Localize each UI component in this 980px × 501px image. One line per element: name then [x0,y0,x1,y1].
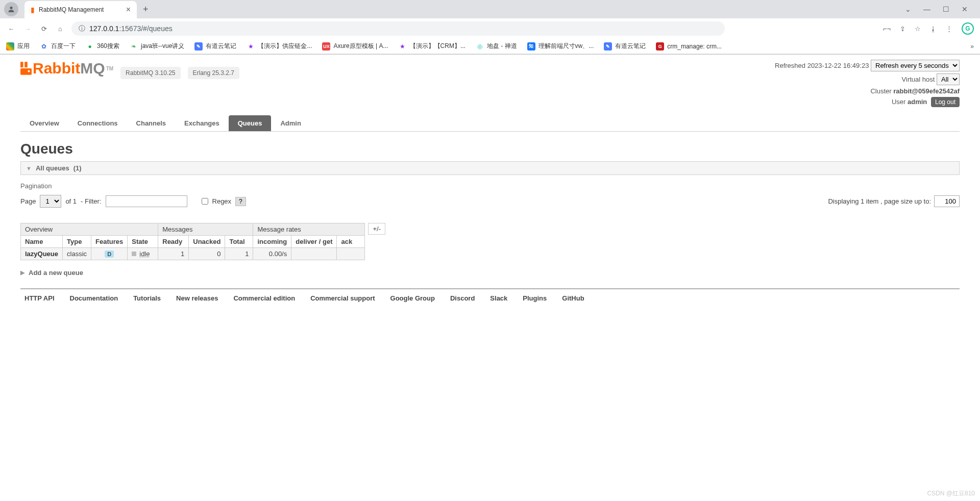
regex-checkbox[interactable] [202,198,208,205]
all-queues-count: (1) [74,164,82,172]
svg-rect-2 [24,62,28,67]
key-icon[interactable]: ⌐¬ [883,25,891,33]
footer-link[interactable]: New releases [176,294,218,302]
col-name[interactable]: Name [21,236,63,248]
footer-link[interactable]: Plugins [523,294,547,302]
bookmark-label: 地盘 - 禅道 [487,42,517,51]
footer-link[interactable]: Commercial support [310,294,375,302]
close-tab-icon[interactable]: × [126,5,131,14]
tab-admin[interactable]: Admin [271,115,310,131]
bookmark-favicon-icon: ✿ [40,42,48,51]
rabbitmq-logo: RabbitMQTM [20,60,113,77]
bookmark-item[interactable]: ❧java班--vue讲义 [130,42,184,51]
profile-icon[interactable] [4,2,18,16]
bookmark-label: 【演示】【CRM】... [410,42,465,51]
vhost-label: Virtual host [902,76,935,83]
bookmark-label: crm_manage: crm... [667,43,722,50]
footer-link[interactable]: HTTP API [24,294,55,302]
col-incoming[interactable]: incoming [253,236,291,248]
col-ack[interactable]: ack [337,236,365,248]
col-total[interactable]: Total [225,236,253,248]
display-count-label: Displaying 1 item , page size up to: [828,197,931,205]
home-button[interactable]: ⌂ [55,25,65,33]
bookmark-favicon-icon: ◎ [476,42,484,51]
bookmark-star-icon[interactable]: ☆ [915,25,921,33]
add-queue-header[interactable]: ▶ Add a new queue [20,266,960,279]
menu-dots-icon[interactable]: ⋮ [946,25,952,33]
maximize-icon[interactable]: ☐ [943,5,949,13]
browser-tab[interactable]: ▮ RabbitMQ Management × [24,1,137,18]
address-bar[interactable]: ⓘ 127.0.0.1:15673/#/queues [71,21,725,36]
col-features[interactable]: Features [91,236,128,248]
regex-help-button[interactable]: ? [235,197,246,206]
col-state[interactable]: State [128,236,158,248]
minimize-icon[interactable]: — [923,5,930,13]
close-window-icon[interactable]: ✕ [962,5,968,13]
bookmark-item[interactable]: ★【演示】供应链金... [247,42,312,51]
durable-badge: D [105,251,114,258]
columns-toggle-button[interactable]: +/- [368,223,385,235]
bookmark-item[interactable]: ●360搜索 [86,42,119,51]
all-queues-label: All queues [36,164,69,172]
bookmarks-overflow-icon[interactable]: » [970,43,974,50]
queue-name-link[interactable]: lazyQueue [21,248,63,260]
apps-grid-icon: ⠿ [6,42,14,51]
info-icon[interactable]: ⓘ [79,24,85,33]
refresh-interval-select[interactable]: Refresh every 5 seconds [871,60,960,71]
address-row: ← → ⟳ ⌂ ⓘ 127.0.0.1:15673/#/queues ⌐¬ ⇪ … [0,18,980,39]
pagination-section-label: Pagination [20,182,960,190]
grammarly-icon[interactable]: G [962,22,974,35]
all-queues-header[interactable]: ▼ All queues (1) [20,161,960,175]
footer-links: HTTP APIDocumentationTutorialsNew releas… [20,294,960,302]
filter-input[interactable] [106,195,187,207]
bookmark-favicon-icon: ❧ [130,42,138,51]
footer-link[interactable]: GitHub [562,294,584,302]
bookmark-item[interactable]: 知理解前端尺寸vw、... [527,42,594,51]
logo-block: RabbitMQTM RabbitMQ 3.10.25 Erlang 25.3.… [20,60,239,79]
bookmark-item[interactable]: UXAxure原型模板 | A... [322,42,388,51]
new-tab-button[interactable]: + [143,4,149,15]
bookmark-item[interactable]: ✎有道云笔记 [604,42,646,51]
col-ready[interactable]: Ready [158,236,189,248]
tab-queues[interactable]: Queues [229,115,272,131]
footer-link[interactable]: Discord [450,294,475,302]
svg-rect-1 [20,62,23,67]
user-label: User [892,98,905,106]
page-size-input[interactable] [934,195,960,207]
tab-channels[interactable]: Channels [127,115,176,131]
footer-link[interactable]: Slack [490,294,507,302]
bookmark-item[interactable]: Gcrm_manage: crm... [656,42,722,51]
footer-link[interactable]: Google Group [390,294,435,302]
footer-link[interactable]: Commercial edition [233,294,295,302]
expand-right-icon: ▶ [20,269,24,276]
vhost-select[interactable]: All [937,73,960,85]
bookmark-label: 360搜索 [97,42,119,51]
bookmark-item[interactable]: ◎地盘 - 禅道 [476,42,517,51]
bookmark-item[interactable]: ✿百度一下 [40,42,76,51]
chevron-down-icon[interactable]: ⌄ [905,5,911,13]
col-type[interactable]: Type [63,236,91,248]
col-deliver[interactable]: deliver / get [291,236,337,248]
tab-exchanges[interactable]: Exchanges [175,115,229,131]
svg-rect-3 [20,68,32,75]
footer-link[interactable]: Tutorials [133,294,161,302]
footer-divider [20,288,960,289]
table-row: lazyQueue classic D idle 1 0 1 0.00/s [21,248,365,260]
tab-overview[interactable]: Overview [20,115,68,131]
footer-link[interactable]: Documentation [70,294,118,302]
bookmark-item[interactable]: ★【演示】【CRM】... [399,42,465,51]
logout-button[interactable]: Log out [931,97,960,107]
tab-title: RabbitMQ Management [39,6,122,13]
url-text: 127.0.0.1:15673/#/queues [89,24,173,33]
download-icon[interactable]: ⭳ [930,25,937,33]
col-unacked[interactable]: Unacked [189,236,225,248]
reload-button[interactable]: ⟳ [39,25,49,33]
page-title: Queues [20,141,960,157]
pagination-row: Page 1 of 1 - Filter: Regex ? Displaying… [20,195,960,208]
tab-connections[interactable]: Connections [68,115,127,131]
page-select[interactable]: 1 [40,195,61,208]
bookmark-item[interactable]: ✎有道云笔记 [194,42,236,51]
apps-button[interactable]: ⠿ 应用 [6,42,30,51]
share-icon[interactable]: ⇪ [900,25,905,33]
back-button[interactable]: ← [6,25,16,33]
